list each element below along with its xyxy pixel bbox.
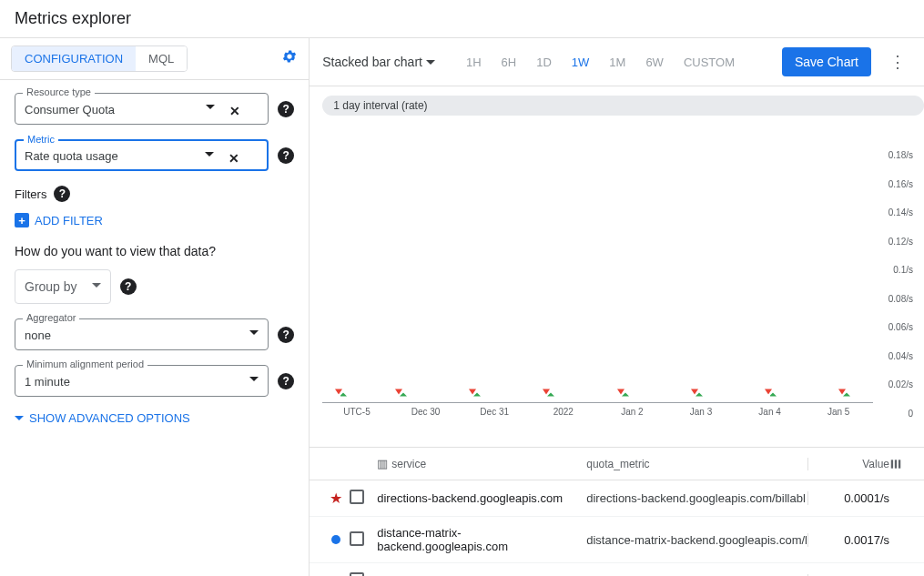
y-tick: 0.12/s — [888, 236, 913, 246]
help-icon[interactable]: ? — [278, 147, 294, 164]
svg-rect-0 — [891, 460, 893, 468]
show-advanced-button[interactable]: SHOW ADVANCED OPTIONS — [15, 411, 294, 425]
chevron-down-icon — [15, 416, 24, 420]
chart-type-select[interactable]: Stacked bar chart — [322, 55, 435, 69]
chart-type-label: Stacked bar chart — [322, 55, 422, 69]
x-tick: Dec 30 — [411, 407, 441, 417]
chevron-down-icon — [249, 377, 259, 381]
filters-label: Filters — [15, 187, 46, 201]
y-tick: 0.1/s — [893, 265, 913, 275]
min-align-select[interactable]: Minimum alignment period 1 minute — [15, 365, 269, 397]
columns-icon: ▥ — [377, 457, 388, 470]
cell-value: 0.0017/s — [807, 533, 889, 547]
range-1w[interactable]: 1W — [563, 52, 599, 73]
table-row[interactable]: geocoding-backend.googleapis.comgeocodin… — [310, 563, 924, 576]
help-icon[interactable]: ? — [278, 101, 294, 117]
y-tick: 0.16/s — [888, 178, 913, 188]
show-advanced-label: SHOW ADVANCED OPTIONS — [29, 411, 190, 425]
chevron-down-icon — [92, 283, 101, 288]
x-tick: UTC-5 — [343, 407, 370, 417]
resource-type-label: Resource type — [23, 86, 95, 97]
help-icon[interactable]: ? — [54, 186, 70, 202]
metric-label: Metric — [24, 134, 58, 145]
th-value[interactable]: Value — [807, 458, 889, 470]
column-settings-icon[interactable] — [889, 458, 911, 470]
range-1m[interactable]: 1M — [600, 52, 635, 73]
table-row[interactable]: distance-matrix-backend.googleapis.comdi… — [310, 517, 924, 563]
y-tick: 0.08/s — [888, 293, 913, 303]
chevron-down-icon — [206, 105, 215, 109]
more-icon[interactable]: ⋮ — [884, 52, 911, 72]
tab-configuration[interactable]: CONFIGURATION — [12, 46, 136, 71]
plus-icon: + — [15, 213, 29, 227]
view-question: How do you want to view that data? — [15, 244, 294, 258]
min-align-value: 1 minute — [25, 375, 70, 389]
chevron-down-icon — [249, 330, 259, 335]
cell-service: distance-matrix-backend.googleapis.com — [377, 526, 586, 553]
cell-quota-metric: distance-matrix-backend.googleapis.com/l — [586, 533, 807, 547]
y-tick: 0.06/s — [888, 322, 913, 332]
x-tick: Jan 2 — [621, 407, 643, 417]
resource-type-value: Consumer Quota — [25, 103, 115, 116]
help-icon[interactable]: ? — [120, 278, 137, 295]
range-6w[interactable]: 6W — [636, 52, 673, 73]
clear-metric-icon[interactable]: ✕ — [228, 151, 239, 166]
group-by-select[interactable]: Group by — [15, 269, 111, 304]
x-tick: Jan 4 — [758, 407, 780, 417]
chart-panel: Stacked bar chart 1H6H1D1W1M6WCUSTOM Sav… — [310, 38, 924, 576]
gear-icon[interactable] — [281, 48, 298, 69]
chevron-down-icon — [426, 60, 435, 65]
aggregator-label: Aggregator — [23, 312, 79, 323]
x-tick: Dec 31 — [480, 407, 509, 417]
group-by-placeholder: Group by — [25, 279, 77, 294]
range-6h[interactable]: 6H — [492, 52, 526, 73]
interval-chip: 1 day interval (rate) — [322, 96, 924, 116]
add-filter-button[interactable]: + ADD FILTER — [15, 213, 294, 227]
save-chart-button[interactable]: Save Chart — [782, 47, 871, 76]
metric-select[interactable]: Metric Rate quota usage ✕ — [15, 139, 269, 171]
add-filter-label: ADD FILTER — [35, 214, 103, 227]
cell-service: directions-backend.googleapis.com — [377, 491, 586, 505]
config-tabs: CONFIGURATION MQL — [11, 45, 188, 72]
star-icon: ★ — [330, 490, 342, 507]
range-custom[interactable]: CUSTOM — [675, 52, 744, 73]
y-tick: 0 — [908, 409, 913, 419]
aggregator-value: none — [25, 328, 51, 342]
cell-value: 0.0001/s — [807, 491, 889, 505]
svg-rect-2 — [899, 460, 900, 468]
page-title: Metrics explorer — [0, 0, 924, 38]
x-tick: Jan 3 — [690, 407, 712, 417]
y-tick: 0.14/s — [888, 207, 913, 217]
aggregator-select[interactable]: Aggregator none — [15, 318, 269, 350]
min-align-label: Minimum alignment period — [23, 359, 147, 369]
row-checkbox[interactable] — [350, 490, 364, 504]
time-range-picker: 1H6H1D1W1M6WCUSTOM — [457, 52, 744, 73]
dot-icon — [331, 535, 340, 544]
x-tick: Jan 5 — [828, 407, 849, 417]
th-service[interactable]: service — [391, 458, 426, 470]
chevron-down-icon — [205, 152, 214, 157]
row-checkbox[interactable] — [350, 531, 364, 546]
row-checkbox[interactable] — [350, 572, 364, 576]
table-row[interactable]: ★directions-backend.googleapis.comdirect… — [310, 480, 924, 517]
th-quota-metric[interactable]: quota_metric — [586, 458, 807, 470]
metric-value: Rate quota usage — [25, 149, 118, 163]
range-1d[interactable]: 1D — [527, 52, 561, 73]
resource-type-select[interactable]: Resource type Consumer Quota ✕ — [15, 93, 269, 125]
cell-quota-metric: directions-backend.googleapis.com/billab… — [586, 491, 807, 505]
legend-table: ▥service quota_metric Value ★directions-… — [310, 447, 924, 576]
chart-area: 00.02/s0.04/s0.06/s0.08/s0.1/s0.12/s0.14… — [310, 119, 924, 447]
y-tick: 0.04/s — [888, 350, 913, 360]
clear-resource-icon[interactable]: ✕ — [229, 104, 240, 118]
x-tick: 2022 — [553, 407, 574, 417]
help-icon[interactable]: ? — [278, 327, 294, 343]
config-panel: CONFIGURATION MQL Resource type Consumer… — [0, 38, 310, 576]
y-tick: 0.18/s — [888, 150, 913, 160]
tab-mql[interactable]: MQL — [136, 46, 187, 71]
svg-rect-1 — [895, 460, 897, 468]
help-icon[interactable]: ? — [278, 373, 294, 389]
range-1h[interactable]: 1H — [457, 52, 491, 73]
y-tick: 0.02/s — [888, 379, 913, 389]
